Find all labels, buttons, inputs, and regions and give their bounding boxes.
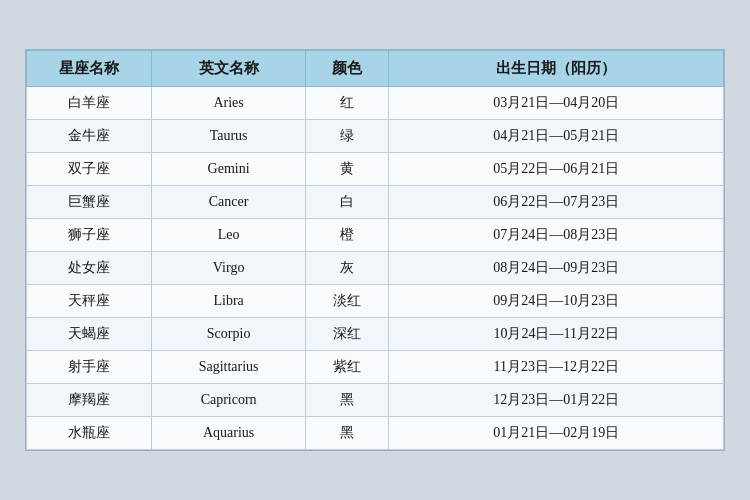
cell-chinese: 天蝎座 [27,318,152,351]
cell-date: 11月23日—12月22日 [389,351,724,384]
zodiac-table-container: 星座名称 英文名称 颜色 出生日期（阳历） 白羊座Aries红03月21日—04… [25,49,725,451]
cell-date: 04月21日—05月21日 [389,120,724,153]
header-color: 颜色 [305,51,389,87]
table-row: 水瓶座Aquarius黑01月21日—02月19日 [27,417,724,450]
cell-date: 08月24日—09月23日 [389,252,724,285]
cell-date: 03月21日—04月20日 [389,87,724,120]
cell-chinese: 白羊座 [27,87,152,120]
cell-date: 12月23日—01月22日 [389,384,724,417]
table-row: 天蝎座Scorpio深红10月24日—11月22日 [27,318,724,351]
cell-chinese: 水瓶座 [27,417,152,450]
cell-english: Virgo [152,252,305,285]
cell-english: Sagittarius [152,351,305,384]
cell-chinese: 双子座 [27,153,152,186]
cell-english: Cancer [152,186,305,219]
cell-date: 07月24日—08月23日 [389,219,724,252]
cell-date: 10月24日—11月22日 [389,318,724,351]
table-row: 射手座Sagittarius紫红11月23日—12月22日 [27,351,724,384]
cell-color: 淡红 [305,285,389,318]
cell-color: 红 [305,87,389,120]
table-header-row: 星座名称 英文名称 颜色 出生日期（阳历） [27,51,724,87]
cell-color: 橙 [305,219,389,252]
table-row: 摩羯座Capricorn黑12月23日—01月22日 [27,384,724,417]
table-row: 巨蟹座Cancer白06月22日—07月23日 [27,186,724,219]
cell-date: 01月21日—02月19日 [389,417,724,450]
cell-date: 09月24日—10月23日 [389,285,724,318]
table-row: 狮子座Leo橙07月24日—08月23日 [27,219,724,252]
cell-english: Aquarius [152,417,305,450]
cell-english: Leo [152,219,305,252]
table-row: 天秤座Libra淡红09月24日—10月23日 [27,285,724,318]
zodiac-table: 星座名称 英文名称 颜色 出生日期（阳历） 白羊座Aries红03月21日—04… [26,50,724,450]
table-row: 白羊座Aries红03月21日—04月20日 [27,87,724,120]
cell-color: 深红 [305,318,389,351]
cell-chinese: 处女座 [27,252,152,285]
cell-color: 绿 [305,120,389,153]
cell-english: Capricorn [152,384,305,417]
cell-chinese: 摩羯座 [27,384,152,417]
table-row: 双子座Gemini黄05月22日—06月21日 [27,153,724,186]
cell-english: Libra [152,285,305,318]
cell-english: Gemini [152,153,305,186]
cell-chinese: 射手座 [27,351,152,384]
cell-chinese: 金牛座 [27,120,152,153]
cell-color: 黑 [305,417,389,450]
table-row: 金牛座Taurus绿04月21日—05月21日 [27,120,724,153]
cell-english: Taurus [152,120,305,153]
table-row: 处女座Virgo灰08月24日—09月23日 [27,252,724,285]
header-date: 出生日期（阳历） [389,51,724,87]
cell-color: 白 [305,186,389,219]
header-chinese: 星座名称 [27,51,152,87]
cell-color: 黑 [305,384,389,417]
cell-color: 灰 [305,252,389,285]
cell-date: 06月22日—07月23日 [389,186,724,219]
cell-color: 黄 [305,153,389,186]
cell-english: Aries [152,87,305,120]
cell-chinese: 天秤座 [27,285,152,318]
cell-date: 05月22日—06月21日 [389,153,724,186]
cell-color: 紫红 [305,351,389,384]
cell-chinese: 巨蟹座 [27,186,152,219]
cell-chinese: 狮子座 [27,219,152,252]
header-english: 英文名称 [152,51,305,87]
cell-english: Scorpio [152,318,305,351]
